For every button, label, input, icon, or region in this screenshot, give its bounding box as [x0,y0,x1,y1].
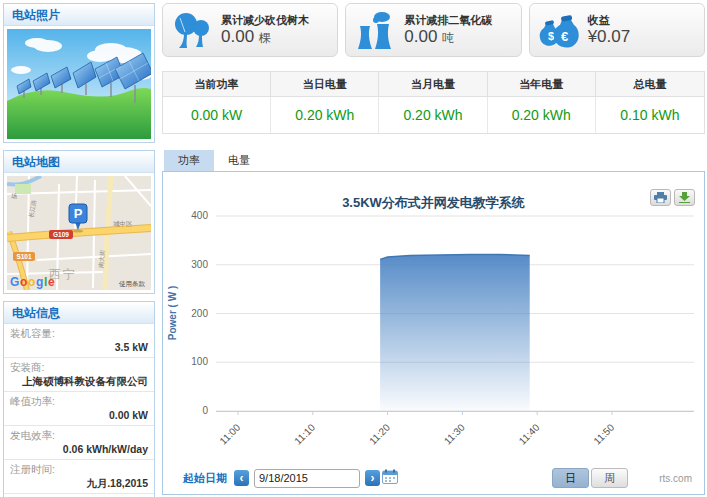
card-trees-saved: 累计减少砍伐树木 0.00 棵 [162,3,338,57]
trees-icon [163,10,221,50]
range-day-button[interactable]: 日 [552,468,589,488]
svg-text:城中区: 城中区 [113,220,133,227]
chart-series-area [380,255,530,411]
stat-value-total-energy: 0.10 kWh [596,97,704,133]
next-date-button[interactable]: › [365,470,380,486]
card-revenue-label: 收益 [588,13,704,27]
svg-text:o: o [28,275,35,289]
card-trees-value: 0.00 棵 [221,27,337,48]
info-row-efficiency: 发电效率: 0.06 kWh/kW/day [4,426,154,460]
google-map[interactable]: G109 S101 长江路 城中区 南大街 场 西宁 [7,176,151,290]
terms-link[interactable]: 使用条款 [119,280,146,288]
info-row-installer: 安装商: 上海硕博科教设备有限公司 [4,358,154,392]
left-sidebar: 电站照片 [3,3,155,497]
g109-badge: G109 [49,230,73,239]
stat-header-monthly-energy: 当月电量 [379,72,487,97]
svg-text:e: e [48,275,55,289]
range-week-button[interactable]: 周 [591,468,628,488]
stat-header-current-power: 当前功率 [163,72,271,97]
svg-text:11:40: 11:40 [517,421,542,446]
svg-text:G109: G109 [53,231,69,238]
date-control-bar: 起始日期 ‹ › rts.com [163,462,704,494]
station-info-list: 装机容量: 3.5 kW 安装商: 上海硕博科教设备有限公司 峰值功率: 0.0… [4,324,154,497]
station-info-title: 电站信息 [4,302,154,324]
card-trees-label: 累计减少砍伐树木 [221,13,337,27]
svg-text:11:20: 11:20 [367,421,392,446]
stat-value-current-power: 0.00 kW [163,97,271,133]
print-chart-button[interactable] [650,189,671,206]
stat-value-yearly-energy: 0.20 kWh [488,97,596,133]
svg-text:$: $ [548,30,554,42]
panel-station-info: 电站信息 装机容量: 3.5 kW 安装商: 上海硕博科教设备有限公司 峰值功率… [3,301,155,497]
main-content: 累计减少砍伐树木 0.00 棵 累计减排二氧化碳 0 [162,3,705,495]
card-co2-value: 0.00 吨 [404,27,520,48]
card-co2-label: 累计减排二氧化碳 [404,13,520,27]
start-date-label: 起始日期 [183,471,227,486]
money-bags-icon: $ € [530,10,588,50]
station-photo-title: 电站照片 [4,4,154,26]
chart-credit: rts.com [659,473,692,484]
station-photo-body [4,26,154,142]
chart-toolbar [650,189,695,206]
station-map-title: 电站地图 [4,151,154,173]
svg-text:P: P [74,206,83,221]
start-date-input[interactable] [254,469,360,488]
panel-station-map: 电站地图 [3,150,155,294]
svg-text:€: € [561,29,568,44]
svg-text:o: o [20,275,27,289]
chart-panel: 3.5KW分布式并网发电教学系统 [162,171,705,495]
station-map-body: G109 S101 长江路 城中区 南大街 场 西宁 [4,173,154,293]
tab-energy[interactable]: 电量 [214,150,264,171]
card-co2-reduced: 累计减排二氧化碳 0.00 吨 [345,3,521,57]
card-revenue-value: ¥0.07 [588,27,704,48]
stat-header-daily-energy: 当日电量 [271,72,379,97]
svg-text:11:50: 11:50 [591,421,616,446]
svg-text:G: G [10,275,19,289]
panel-station-photo: 电站照片 [3,3,155,143]
y-axis-title: Power ( W ) [167,286,178,340]
solar-panels-photo [7,29,151,139]
co2-towers-icon [346,10,404,50]
park-area [15,184,31,194]
svg-text:400: 400 [191,210,208,221]
svg-text:11:10: 11:10 [292,421,317,446]
svg-text:300: 300 [191,259,208,270]
info-row-capacity: 装机容量: 3.5 kW [4,324,154,358]
svg-text:11:00: 11:00 [217,421,242,446]
range-buttons: 日 周 [552,468,628,488]
card-revenue: $ € 收益 ¥0.07 [529,3,705,57]
svg-text:l: l [44,275,47,289]
calendar-icon [382,469,398,484]
printer-icon [654,192,667,203]
svg-text:S101: S101 [16,253,32,260]
stat-header-yearly-energy: 当年电量 [488,72,596,97]
info-row-peak-power: 峰值功率: 0.00 kW [4,392,154,426]
svg-text:100: 100 [191,356,208,367]
chart-tabs: 功率 电量 [162,150,705,171]
google-logo[interactable]: Go og le [10,275,55,289]
tab-power[interactable]: 功率 [164,150,214,171]
s101-badge: S101 [13,252,35,261]
svg-text:场: 场 [10,193,17,200]
summary-cards: 累计减少砍伐树木 0.00 棵 累计减排二氧化碳 0 [162,3,705,57]
svg-text:200: 200 [191,308,208,319]
download-chart-button[interactable] [674,189,695,206]
prev-date-button[interactable]: ‹ [234,470,249,486]
stat-value-monthly-energy: 0.20 kWh [379,97,487,133]
svg-text:0: 0 [202,405,208,416]
stats-strip: 当前功率 当日电量 当月电量 当年电量 总电量 0.00 kW 0.20 kWh… [162,71,705,134]
info-row-registered: 注册时间: 九月.18,2015 [4,460,154,494]
download-icon [679,192,690,203]
svg-text:g: g [36,275,43,289]
power-area-chart[interactable]: 0100200300400 11:0011:1011:2011:3011:401… [164,206,703,458]
calendar-picker-button[interactable] [382,469,398,487]
chart-axes: 11:0011:1011:2011:3011:4011:50 [216,411,694,447]
stat-header-total-energy: 总电量 [596,72,704,97]
pv-dashboard: 电站照片 [0,0,707,497]
svg-text:11:30: 11:30 [442,421,467,446]
stat-value-daily-energy: 0.20 kWh [271,97,379,133]
